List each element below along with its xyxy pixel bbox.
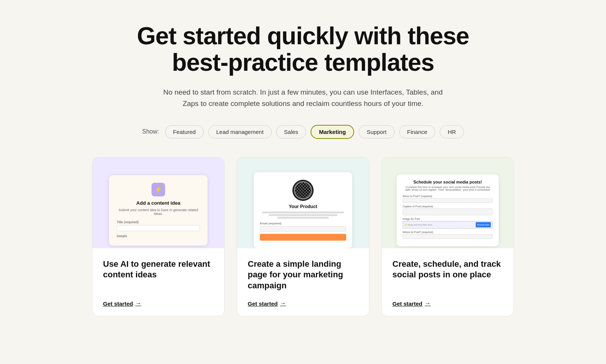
card-2-inner: Your Product Email (required)	[254, 172, 352, 248]
filter-btn-hr[interactable]: HR	[440, 125, 464, 138]
card-1-body: Use AI to generate relevant content idea…	[92, 248, 224, 316]
card-2-link-label: Get started	[248, 300, 278, 307]
card-1-field1-label: Title (required)	[117, 220, 200, 224]
email-label: Email (required)	[260, 222, 346, 225]
form-row-2: Caption of Post (required)	[403, 205, 493, 215]
product-logo-graphic	[294, 181, 312, 199]
filter-btn-lead-management[interactable]: Lead management	[208, 125, 272, 138]
cards-grid: ⚡ Add a content idea Submit your content…	[92, 157, 514, 317]
card-1: ⚡ Add a content idea Submit your content…	[92, 157, 225, 317]
page-header: Get started quickly with these best-prac…	[133, 23, 473, 110]
form-row-3-label: Image for Post	[403, 218, 493, 220]
form-row-4-label: Where to Post? (required)	[403, 231, 493, 233]
card-3-inner-desc: Complete this form to schedule your next…	[403, 186, 493, 191]
card-3: Schedule your social media posts! Comple…	[381, 157, 514, 317]
page-subtitle: No need to start from scratch. In just a…	[155, 87, 451, 110]
form-row-2-input	[403, 208, 493, 215]
filter-btn-marketing[interactable]: Marketing	[311, 125, 354, 139]
card-2-link[interactable]: Get started →	[248, 300, 358, 307]
card-2: Your Product Email (required) Create a s…	[237, 157, 369, 317]
card-2-title: Create a simple landing page for your ma…	[248, 259, 358, 291]
page-title: Get started quickly with these best-prac…	[133, 23, 473, 76]
card-3-inner-title: Schedule your social media posts!	[403, 180, 493, 184]
desc-line-3	[277, 217, 329, 219]
form-row-3: Image for Post 📁 Drag and drop files her…	[403, 218, 493, 229]
card-1-icon: ⚡	[152, 183, 165, 196]
card-1-title: Use AI to generate relevant content idea…	[103, 259, 214, 280]
filter-btn-support[interactable]: Support	[359, 125, 395, 138]
desc-line-2	[269, 214, 337, 216]
product-name: Your Product	[260, 204, 346, 209]
card-1-link-label: Get started	[103, 300, 133, 307]
filter-btn-sales[interactable]: Sales	[276, 125, 306, 138]
filter-btn-featured[interactable]: Featured	[165, 125, 204, 138]
form-row-1-input	[403, 198, 493, 203]
form-row-3-upload: 📁 Drag and drop files here Browse files	[403, 221, 493, 229]
card-1-field2-label: Details	[117, 234, 200, 238]
form-row-1-label: When to Post? (required)	[403, 195, 493, 198]
product-logo	[292, 180, 314, 201]
browse-files-button[interactable]: Browse files	[476, 222, 491, 227]
filter-btn-finance[interactable]: Finance	[399, 125, 435, 138]
cta-button	[260, 234, 346, 241]
card-3-body: Create, schedule, and track social posts…	[382, 248, 514, 316]
card-2-body: Create a simple landing page for your ma…	[237, 248, 369, 316]
card-3-link[interactable]: Get started →	[392, 300, 503, 307]
card-1-field1-input	[117, 225, 200, 231]
card-3-title: Create, schedule, and track social posts…	[392, 259, 503, 280]
card-1-arrow-icon: →	[135, 300, 141, 307]
card-1-link[interactable]: Get started →	[103, 300, 214, 307]
form-row-2-label: Caption of Post (required)	[403, 205, 493, 208]
product-desc-lines	[260, 212, 346, 219]
desc-line-1	[262, 212, 344, 213]
upload-text: 📁 Drag and drop files here	[405, 223, 432, 226]
card-1-inner: ⚡ Add a content idea Submit your content…	[109, 175, 208, 246]
card-3-inner: Schedule your social media posts! Comple…	[397, 174, 499, 246]
card-3-arrow-icon: →	[425, 300, 431, 307]
card-1-inner-title: Add a content idea	[117, 200, 200, 206]
card-3-preview: Schedule your social media posts! Comple…	[382, 157, 514, 248]
card-3-link-label: Get started	[392, 300, 422, 307]
filter-row: Show: FeaturedLead managementSalesMarket…	[142, 125, 464, 139]
form-row-4-select	[403, 234, 493, 239]
card-2-preview: Your Product Email (required)	[237, 157, 369, 248]
form-row-1: When to Post? (required)	[403, 195, 493, 203]
form-row-4: Where to Post? (required)	[403, 231, 493, 239]
card-1-inner-desc: Submit your content idea to have AI gene…	[117, 208, 200, 216]
filter-label: Show:	[142, 128, 159, 135]
card-2-arrow-icon: →	[280, 300, 286, 307]
card-1-preview: ⚡ Add a content idea Submit your content…	[92, 157, 224, 248]
email-input	[260, 226, 346, 232]
